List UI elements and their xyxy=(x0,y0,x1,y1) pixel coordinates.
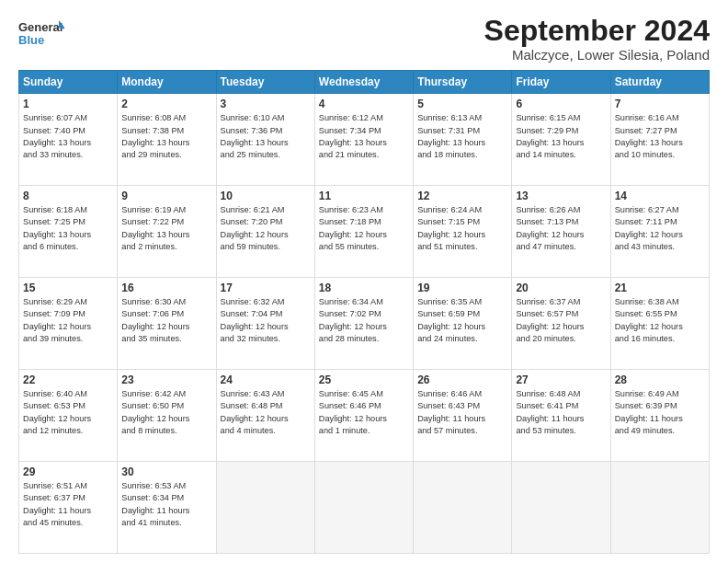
table-row: 24Sunrise: 6:43 AMSunset: 6:48 PMDayligh… xyxy=(216,370,314,462)
table-row: 25Sunrise: 6:45 AMSunset: 6:46 PMDayligh… xyxy=(314,370,413,462)
day-info: Sunrise: 6:42 AMSunset: 6:50 PMDaylight:… xyxy=(121,388,211,437)
day-number: 21 xyxy=(615,282,705,294)
table-row: 5Sunrise: 6:13 AMSunset: 7:31 PMDaylight… xyxy=(414,94,512,186)
day-info: Sunrise: 6:26 AMSunset: 7:13 PMDaylight:… xyxy=(516,204,606,253)
day-number: 17 xyxy=(221,282,311,294)
table-row: 10Sunrise: 6:21 AMSunset: 7:20 PMDayligh… xyxy=(216,186,314,278)
table-row: 16Sunrise: 6:30 AMSunset: 7:06 PMDayligh… xyxy=(118,278,216,370)
day-number: 19 xyxy=(417,282,507,294)
table-row: 29Sunrise: 6:51 AMSunset: 6:37 PMDayligh… xyxy=(19,462,118,554)
table-row: 7Sunrise: 6:16 AMSunset: 7:27 PMDaylight… xyxy=(610,94,709,186)
table-row xyxy=(314,462,413,554)
day-number: 11 xyxy=(319,190,409,202)
day-number: 18 xyxy=(319,282,409,294)
calendar-week-5: 29Sunrise: 6:51 AMSunset: 6:37 PMDayligh… xyxy=(19,462,710,554)
table-row: 8Sunrise: 6:18 AMSunset: 7:25 PMDaylight… xyxy=(19,186,118,278)
table-row: 11Sunrise: 6:23 AMSunset: 7:18 PMDayligh… xyxy=(314,186,413,278)
logo-svg: General Blue xyxy=(18,15,64,52)
page-title: September 2024 xyxy=(484,15,710,47)
day-info: Sunrise: 6:45 AMSunset: 6:46 PMDaylight:… xyxy=(319,388,409,437)
day-info: Sunrise: 6:08 AMSunset: 7:38 PMDaylight:… xyxy=(121,112,211,161)
table-row: 9Sunrise: 6:19 AMSunset: 7:22 PMDaylight… xyxy=(118,186,216,278)
day-info: Sunrise: 6:10 AMSunset: 7:36 PMDaylight:… xyxy=(221,112,311,161)
day-info: Sunrise: 6:51 AMSunset: 6:37 PMDaylight:… xyxy=(23,480,113,529)
table-row: 19Sunrise: 6:35 AMSunset: 6:59 PMDayligh… xyxy=(414,278,512,370)
col-monday: Monday xyxy=(118,71,216,94)
day-info: Sunrise: 6:32 AMSunset: 7:04 PMDaylight:… xyxy=(221,296,311,345)
table-row: 28Sunrise: 6:49 AMSunset: 6:39 PMDayligh… xyxy=(610,370,709,462)
col-thursday: Thursday xyxy=(414,71,512,94)
table-row: 23Sunrise: 6:42 AMSunset: 6:50 PMDayligh… xyxy=(118,370,216,462)
page-subtitle: Malczyce, Lower Silesia, Poland xyxy=(484,47,710,63)
table-row: 15Sunrise: 6:29 AMSunset: 7:09 PMDayligh… xyxy=(19,278,118,370)
col-saturday: Saturday xyxy=(610,71,709,94)
table-row: 6Sunrise: 6:15 AMSunset: 7:29 PMDaylight… xyxy=(512,94,610,186)
day-info: Sunrise: 6:23 AMSunset: 7:18 PMDaylight:… xyxy=(319,204,409,253)
day-info: Sunrise: 6:46 AMSunset: 6:43 PMDaylight:… xyxy=(417,388,507,437)
col-tuesday: Tuesday xyxy=(216,71,314,94)
table-row: 26Sunrise: 6:46 AMSunset: 6:43 PMDayligh… xyxy=(414,370,512,462)
table-row xyxy=(414,462,512,554)
day-number: 25 xyxy=(319,373,409,386)
calendar-week-2: 8Sunrise: 6:18 AMSunset: 7:25 PMDaylight… xyxy=(19,186,710,278)
day-number: 15 xyxy=(23,282,113,294)
day-number: 8 xyxy=(23,190,113,202)
table-row: 2Sunrise: 6:08 AMSunset: 7:38 PMDaylight… xyxy=(118,94,216,186)
day-info: Sunrise: 6:53 AMSunset: 6:34 PMDaylight:… xyxy=(121,480,211,529)
table-row: 14Sunrise: 6:27 AMSunset: 7:11 PMDayligh… xyxy=(610,186,709,278)
day-number: 9 xyxy=(121,190,211,202)
day-number: 12 xyxy=(417,190,507,202)
day-number: 27 xyxy=(516,373,606,386)
day-info: Sunrise: 6:21 AMSunset: 7:20 PMDaylight:… xyxy=(221,204,311,253)
table-row: 30Sunrise: 6:53 AMSunset: 6:34 PMDayligh… xyxy=(118,462,216,554)
page: General Blue September 2024 Malczyce, Lo… xyxy=(0,0,728,563)
day-info: Sunrise: 6:40 AMSunset: 6:53 PMDaylight:… xyxy=(23,388,113,437)
table-row: 3Sunrise: 6:10 AMSunset: 7:36 PMDaylight… xyxy=(216,94,314,186)
table-row: 22Sunrise: 6:40 AMSunset: 6:53 PMDayligh… xyxy=(19,370,118,462)
table-row xyxy=(216,462,314,554)
day-number: 24 xyxy=(221,373,311,386)
calendar-week-3: 15Sunrise: 6:29 AMSunset: 7:09 PMDayligh… xyxy=(19,278,710,370)
day-number: 26 xyxy=(417,373,507,386)
calendar-week-4: 22Sunrise: 6:40 AMSunset: 6:53 PMDayligh… xyxy=(19,370,710,462)
day-info: Sunrise: 6:18 AMSunset: 7:25 PMDaylight:… xyxy=(23,204,113,253)
day-info: Sunrise: 6:37 AMSunset: 6:57 PMDaylight:… xyxy=(516,296,606,345)
day-number: 5 xyxy=(417,98,507,110)
title-block: September 2024 Malczyce, Lower Silesia, … xyxy=(484,15,710,63)
day-number: 3 xyxy=(221,98,311,110)
table-row: 4Sunrise: 6:12 AMSunset: 7:34 PMDaylight… xyxy=(314,94,413,186)
day-number: 7 xyxy=(615,98,705,110)
header: General Blue September 2024 Malczyce, Lo… xyxy=(18,15,710,63)
table-row: 13Sunrise: 6:26 AMSunset: 7:13 PMDayligh… xyxy=(512,186,610,278)
day-info: Sunrise: 6:13 AMSunset: 7:31 PMDaylight:… xyxy=(417,112,507,161)
day-info: Sunrise: 6:49 AMSunset: 6:39 PMDaylight:… xyxy=(615,388,705,437)
day-info: Sunrise: 6:19 AMSunset: 7:22 PMDaylight:… xyxy=(121,204,211,253)
svg-text:General: General xyxy=(18,20,63,34)
day-number: 14 xyxy=(615,190,705,202)
day-info: Sunrise: 6:43 AMSunset: 6:48 PMDaylight:… xyxy=(221,388,311,437)
table-row: 12Sunrise: 6:24 AMSunset: 7:15 PMDayligh… xyxy=(414,186,512,278)
day-info: Sunrise: 6:34 AMSunset: 7:02 PMDaylight:… xyxy=(319,296,409,345)
day-info: Sunrise: 6:35 AMSunset: 6:59 PMDaylight:… xyxy=(417,296,507,345)
day-info: Sunrise: 6:48 AMSunset: 6:41 PMDaylight:… xyxy=(516,388,606,437)
col-wednesday: Wednesday xyxy=(314,71,413,94)
table-row: 27Sunrise: 6:48 AMSunset: 6:41 PMDayligh… xyxy=(512,370,610,462)
table-row: 20Sunrise: 6:37 AMSunset: 6:57 PMDayligh… xyxy=(512,278,610,370)
day-info: Sunrise: 6:15 AMSunset: 7:29 PMDaylight:… xyxy=(516,112,606,161)
day-info: Sunrise: 6:29 AMSunset: 7:09 PMDaylight:… xyxy=(23,296,113,345)
day-info: Sunrise: 6:27 AMSunset: 7:11 PMDaylight:… xyxy=(615,204,705,253)
day-number: 28 xyxy=(615,373,705,386)
table-row xyxy=(610,462,709,554)
svg-text:Blue: Blue xyxy=(18,33,44,47)
day-number: 16 xyxy=(121,282,211,294)
day-info: Sunrise: 6:16 AMSunset: 7:27 PMDaylight:… xyxy=(615,112,705,161)
day-number: 6 xyxy=(516,98,606,110)
calendar-week-1: 1Sunrise: 6:07 AMSunset: 7:40 PMDaylight… xyxy=(19,94,710,186)
logo: General Blue xyxy=(18,15,64,52)
day-number: 30 xyxy=(121,465,211,478)
day-number: 29 xyxy=(23,465,113,478)
table-row xyxy=(512,462,610,554)
calendar-table: Sunday Monday Tuesday Wednesday Thursday… xyxy=(18,70,710,554)
table-row: 21Sunrise: 6:38 AMSunset: 6:55 PMDayligh… xyxy=(610,278,709,370)
day-number: 2 xyxy=(121,98,211,110)
